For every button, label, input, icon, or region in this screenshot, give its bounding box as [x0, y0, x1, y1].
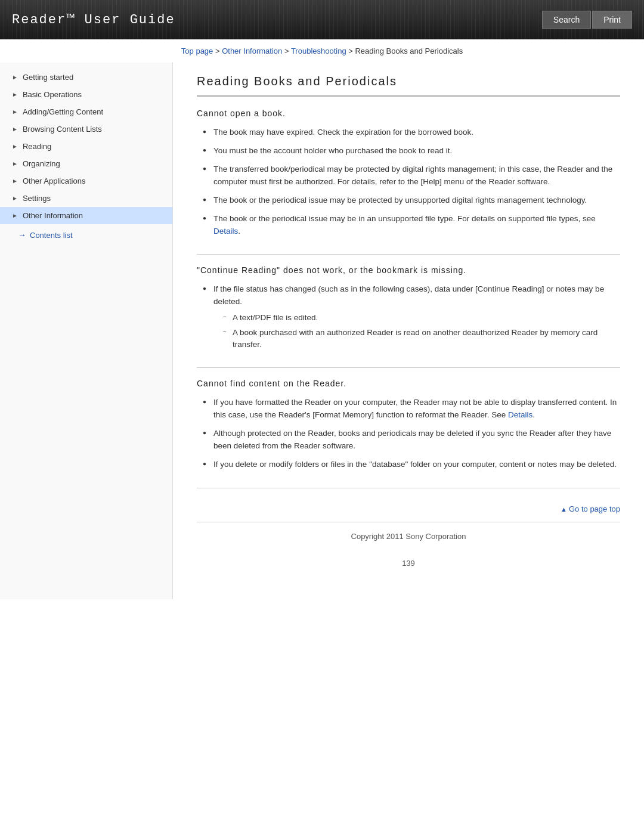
app-title: Reader™ User Guide	[12, 13, 175, 27]
copyright-text: Copyright 2011 Sony Corporation	[351, 532, 466, 541]
section-continue-reading: "Continue Reading" does not work, or the…	[197, 265, 620, 368]
details-link-2[interactable]: Details	[508, 410, 532, 419]
contents-list-link[interactable]: → Contents list	[0, 224, 172, 246]
chevron-right-icon: ►	[12, 212, 18, 219]
list-item: The book or the periodical issue may be …	[203, 194, 620, 207]
list-item: Although protected on the Reader, books …	[203, 428, 620, 453]
chevron-right-icon: ►	[12, 143, 18, 150]
bullet-list-cannot-open: The book may have expired. Check the exp…	[197, 126, 620, 237]
sub-bullet-list: A text/PDF file is edited. A book purcha…	[213, 312, 620, 351]
chevron-right-icon: ►	[12, 178, 18, 184]
breadcrumb-other-info[interactable]: Other Information	[222, 47, 282, 55]
header-buttons: Search Print	[542, 11, 632, 29]
chevron-right-icon: ►	[12, 126, 18, 132]
list-item: You must be the account holder who purch…	[203, 145, 620, 157]
sidebar-item-organizing[interactable]: ► Organizing	[0, 155, 172, 172]
chevron-right-icon: ►	[12, 109, 18, 115]
main-content: Reading Books and Periodicals Cannot ope…	[173, 63, 644, 599]
list-item: The book may have expired. Check the exp…	[203, 126, 620, 139]
breadcrumb-sep3: >	[346, 47, 355, 55]
chevron-right-icon: ►	[12, 195, 18, 202]
sidebar-item-other-information[interactable]: ► Other Information	[0, 207, 172, 224]
sidebar-item-adding-getting-content[interactable]: ► Adding/Getting Content	[0, 103, 172, 120]
sidebar-item-label: Organizing	[23, 159, 60, 168]
sidebar-item-label: Settings	[23, 194, 51, 203]
breadcrumb: Top page > Other Information > Troublesh…	[0, 39, 644, 63]
sidebar-item-basic-operations[interactable]: ► Basic Operations	[0, 86, 172, 103]
sidebar-item-label: Basic Operations	[23, 90, 82, 99]
sidebar-item-label: Browsing Content Lists	[23, 125, 102, 134]
list-item: The book or the periodical issue may be …	[203, 213, 620, 238]
section-title-cannot-open: Cannot open a book.	[197, 109, 620, 118]
breadcrumb-top-page[interactable]: Top page	[181, 47, 213, 55]
sidebar-item-settings[interactable]: ► Settings	[0, 190, 172, 207]
list-item: If the file status has changed (such as …	[203, 283, 620, 351]
list-item: A book purchased with an authorized Read…	[223, 327, 620, 351]
page-title: Reading Books and Periodicals	[197, 75, 620, 97]
search-button[interactable]: Search	[542, 11, 591, 29]
sidebar-item-browsing-content-lists[interactable]: ► Browsing Content Lists	[0, 120, 172, 138]
section-cannot-find: Cannot find content on the Reader. If yo…	[197, 379, 620, 488]
breadcrumb-sep2: >	[282, 47, 291, 55]
header: Reader™ User Guide Search Print	[0, 0, 644, 39]
details-link-1[interactable]: Details	[213, 227, 238, 236]
sidebar-item-getting-started[interactable]: ► Getting started	[0, 69, 172, 86]
sidebar-item-other-applications[interactable]: ► Other Applications	[0, 172, 172, 190]
sidebar: ► Getting started ► Basic Operations ► A…	[0, 63, 173, 599]
go-to-top: Go to page top	[197, 499, 620, 516]
list-item: The transferred book/periodical may be p…	[203, 163, 620, 188]
sidebar-item-label: Adding/Getting Content	[23, 107, 103, 116]
print-button[interactable]: Print	[592, 11, 632, 29]
section-cannot-open: Cannot open a book. The book may have ex…	[197, 109, 620, 255]
chevron-right-icon: ►	[12, 74, 18, 80]
sidebar-item-label: Other Information	[23, 211, 83, 220]
breadcrumb-current: Reading Books and Periodicals	[355, 47, 463, 55]
section-title-cannot-find: Cannot find content on the Reader.	[197, 379, 620, 388]
arrow-right-icon: →	[18, 230, 26, 240]
page-number: 139	[197, 547, 620, 574]
breadcrumb-sep1: >	[213, 47, 222, 55]
sidebar-item-label: Reading	[23, 142, 51, 151]
chevron-right-icon: ►	[12, 160, 18, 167]
list-item: A text/PDF file is edited.	[223, 312, 620, 324]
sidebar-item-label: Getting started	[23, 73, 73, 82]
go-to-page-top-link[interactable]: Go to page top	[561, 504, 620, 513]
sidebar-item-label: Other Applications	[23, 176, 86, 185]
list-item: If you have formatted the Reader on your…	[203, 397, 620, 422]
footer: Copyright 2011 Sony Corporation	[197, 522, 620, 547]
breadcrumb-troubleshooting[interactable]: Troubleshooting	[291, 47, 346, 55]
chevron-right-icon: ►	[12, 91, 18, 98]
bullet-list-continue-reading: If the file status has changed (such as …	[197, 283, 620, 351]
list-item: If you delete or modify folders or files…	[203, 459, 620, 471]
section-title-continue-reading: "Continue Reading" does not work, or the…	[197, 265, 620, 275]
bullet-list-cannot-find: If you have formatted the Reader on your…	[197, 397, 620, 471]
contents-list-label: Contents list	[30, 231, 73, 240]
layout: ► Getting started ► Basic Operations ► A…	[0, 63, 644, 599]
sidebar-item-reading[interactable]: ► Reading	[0, 138, 172, 155]
